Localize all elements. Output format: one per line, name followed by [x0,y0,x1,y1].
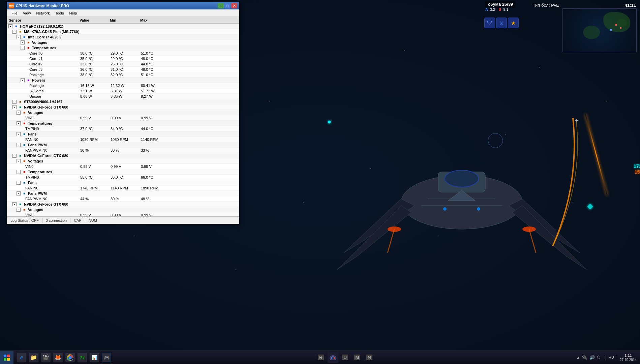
title-bar[interactable]: HW CPUID Hardware Monitor PRO ─ □ ✕ [7,2,239,9]
min-cell: 36.0 °C [109,175,139,179]
table-content[interactable]: -■ HOMEPC (192.168.0.101) -■ MSI X79A-GD… [7,24,239,216]
maximize-button[interactable]: □ [224,3,231,8]
sensor-cell: -■ Intel Core i7 4820K [8,34,79,40]
collapse-icon[interactable]: - [12,100,17,104]
table-row[interactable]: -■ HOMEPC (192.168.0.101) [7,24,239,29]
sensor-cell: -■ Temperatures [8,169,79,175]
taskbar-explorer-icon[interactable]: 📁 [29,353,38,362]
team-b-label: B [498,7,501,11]
close-button[interactable]: ✕ [231,3,237,8]
temp-icon: ■ [26,45,31,51]
tray-arrow-icon[interactable]: ▲ [576,355,580,359]
collapse-icon[interactable]: - [17,143,21,147]
collapse-icon[interactable]: - [12,154,17,158]
collapse-icon[interactable]: - [17,159,21,163]
collapse-icon[interactable]: - [17,170,21,174]
menu-tools[interactable]: Tools [53,10,67,16]
taskbar-7zip-icon[interactable]: 7z [78,353,87,362]
table-row[interactable]: -■ Voltages [7,40,239,45]
start-button[interactable] [0,351,13,364]
table-row[interactable]: -■ Temperatures [7,169,239,175]
table-row[interactable]: -■ Temperatures [7,45,239,51]
sensor-cell: FANPWMIN0 [8,148,79,153]
collapse-icon[interactable]: - [12,105,17,109]
table-row[interactable]: -■ NVIDIA GeForce GTX 680 [7,104,239,110]
table-row[interactable]: -■ ST3000VN000-1H4167 [7,99,239,104]
minimize-button[interactable]: ─ [218,3,224,8]
window-controls: ─ □ ✕ [218,3,237,8]
table-row[interactable]: -■ Fans PWM [7,191,239,196]
sensor-label: Fans [28,132,37,136]
table-row[interactable]: -■ Temperatures [7,121,239,126]
sensor-cell: FANPWMIN0 [8,196,79,201]
taskbar-R-icon[interactable]: R [316,353,326,362]
menu-view[interactable]: View [20,10,34,16]
collapse-icon[interactable]: - [21,46,25,50]
table-row[interactable]: -■ Fans PWM [7,142,239,148]
min-cell: 0.99 V [109,213,139,217]
taskbar-chrome-icon[interactable] [65,353,75,362]
collapse-icon[interactable]: - [8,24,12,28]
collapse-icon[interactable]: - [21,40,25,44]
tray-volume-icon[interactable]: 🔊 [589,355,595,360]
taskbar-media-icon[interactable]: 🎬 [41,353,51,362]
taskbar-N-icon[interactable]: N [365,353,374,362]
max-cell: 0.99 V [139,164,170,169]
collapse-icon[interactable]: - [17,111,21,115]
keyboard-lang[interactable]: RU [609,355,614,359]
taskbar-game-btn-1[interactable] [328,352,338,363]
no-expand-spacer [25,83,29,88]
collapse-icon[interactable]: - [17,35,21,39]
value-cell: 35.0 °C [79,57,109,61]
collapse-icon[interactable]: - [17,121,21,125]
menu-network[interactable]: Network [33,10,52,16]
minimap-player-dot-1 [610,29,612,31]
table-row[interactable]: -■ NVIDIA GeForce GTX 680 [7,202,239,207]
board-icon: ■ [18,29,23,34]
ability-icons-row: 🛡 ⚔ ★ [484,18,519,28]
col-header-min: Min [110,18,140,22]
taskbar-U-icon[interactable]: U [340,353,350,362]
value-cell: 0.99 V [79,164,109,169]
ability-special-icon[interactable]: ★ [508,18,519,28]
collapse-icon[interactable]: - [17,132,21,136]
ability-attack-icon[interactable]: ⚔ [496,18,507,28]
temp-icon: ■ [22,121,27,126]
table-row[interactable]: -■ Voltages [7,207,239,212]
collapse-icon[interactable]: - [17,181,21,185]
collapse-icon[interactable]: - [21,78,25,82]
taskbar-monitor-app-icon[interactable]: 📊 [90,353,99,362]
menu-help[interactable]: Help [66,10,80,16]
value-cell: 0.99 V [79,213,109,217]
taskbar-firefox-icon[interactable]: 🦊 [53,353,63,362]
table-row[interactable]: -■ NVIDIA GeForce GTX 680 [7,153,239,158]
collapse-icon[interactable]: - [17,208,21,212]
sensor-label: Core #0 [29,51,42,55]
collapse-icon[interactable]: - [12,30,17,34]
table-row: VIN0 0.99 V 0.99 V 0.99 V [7,212,239,216]
max-cell: 9.27 W [139,94,170,98]
taskbar-M-icon[interactable]: M [353,353,362,362]
sensor-label: FANIN0 [25,138,38,142]
sensor-cell: -■ Powers [8,78,79,83]
menu-file[interactable]: File [9,10,20,16]
value-cell: 38.0 °C [79,51,109,55]
collapse-icon[interactable]: - [17,191,21,195]
table-row[interactable]: -■ Powers [7,78,239,83]
table-row[interactable]: -■ Intel Core i7 4820K [7,34,239,40]
table-row[interactable]: -■ Fans [7,131,239,137]
table-row[interactable]: -■ Voltages [7,158,239,164]
sensor-cell: Package [8,83,79,88]
max-cell: 1140 RPM [139,138,170,142]
table-row[interactable]: -■ Fans [7,180,239,185]
taskbar-game-icon[interactable]: 🎮 [102,353,111,362]
system-clock[interactable]: 1:11 27.10.2014 [620,353,637,362]
sensor-label: ST3000VN000-1H4167 [24,100,62,104]
table-row[interactable]: -■ Voltages [7,110,239,115]
sensor-cell: Core #2 [8,62,79,66]
voltage-icon: ■ [22,158,27,164]
table-row[interactable]: -■ MSI X79A-GD45 Plus (MS-7760) [7,29,239,34]
ability-shield-icon[interactable]: 🛡 [484,18,495,28]
collapse-icon[interactable]: - [12,202,17,206]
taskbar-ie-icon[interactable]: e [17,353,26,362]
